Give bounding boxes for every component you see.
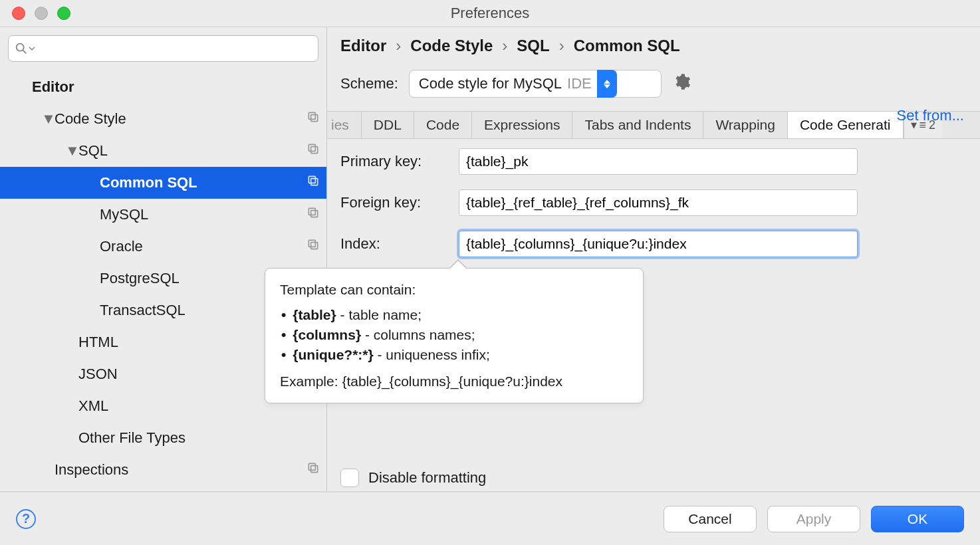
tab-code[interactable]: Code (414, 112, 472, 138)
svg-rect-2 (311, 115, 318, 122)
dropdown-caret-icon (29, 41, 35, 56)
breadcrumb-item[interactable]: SQL (517, 37, 549, 55)
tab-wrapping[interactable]: Wrapping (703, 112, 788, 138)
tooltip-item: {unique?*:*} - uniqueness infix; (280, 347, 628, 363)
svg-rect-7 (308, 176, 315, 183)
tree-label: Common SQL (100, 174, 306, 191)
tooltip-item: {table} - table name; (280, 307, 628, 323)
code-style-tabs: ies DDL Code Expressions Tabs and Indent… (327, 111, 980, 139)
svg-rect-4 (311, 147, 318, 154)
tab-code-generation[interactable]: Code Generati (788, 112, 904, 138)
tree-item-code-style[interactable]: ▼ Code Style (0, 103, 326, 135)
set-from-link[interactable]: Set from... (897, 107, 964, 124)
svg-rect-8 (311, 211, 318, 217)
foreign-key-input[interactable] (459, 189, 858, 216)
svg-rect-10 (311, 243, 318, 249)
profile-scope-icon (306, 110, 320, 128)
svg-rect-5 (308, 144, 315, 151)
stepper-arrows-icon (597, 70, 617, 98)
gear-icon[interactable] (672, 72, 691, 95)
chevron-down-icon: ▼ (66, 142, 78, 160)
breadcrumb: Editor › Code Style › SQL › Common SQL (327, 27, 980, 67)
svg-rect-17 (308, 463, 315, 470)
tooltip-title: Template can contain: (280, 282, 628, 298)
breadcrumb-sep: › (393, 37, 404, 55)
scheme-label: Scheme: (340, 75, 398, 92)
breadcrumb-item-current: Common SQL (574, 37, 680, 55)
breadcrumb-sep: › (499, 37, 510, 55)
tree-label: MySQL (100, 206, 306, 223)
index-label: Index: (340, 235, 447, 253)
search-input-wrap[interactable] (8, 35, 318, 62)
disable-formatting-row[interactable]: Disable formatting (340, 469, 486, 487)
svg-rect-16 (311, 466, 318, 473)
svg-point-0 (17, 44, 24, 51)
svg-rect-11 (308, 240, 315, 247)
ok-button[interactable]: OK (871, 506, 964, 532)
scheme-select-value: Code style for MySQL (419, 75, 562, 92)
disable-formatting-checkbox[interactable] (340, 469, 359, 487)
profile-scope-icon (306, 238, 320, 255)
tree-item-mysql[interactable]: MySQL (0, 199, 326, 231)
profile-scope-icon (306, 142, 320, 160)
help-icon[interactable]: ? (16, 509, 36, 529)
tree-label: SQL (78, 142, 306, 160)
breadcrumb-item[interactable]: Editor (340, 37, 386, 55)
tree-item-editor[interactable]: Editor (0, 71, 326, 103)
settings-panel: Editor › Code Style › SQL › Common SQL S… (327, 27, 980, 491)
tab-expressions[interactable]: Expressions (472, 112, 572, 138)
tooltip-example: Example: {table}_{columns}_{unique?u:}in… (280, 374, 628, 389)
tree-label: Editor (32, 78, 320, 96)
profile-scope-icon (306, 461, 320, 479)
profile-scope-icon (306, 206, 320, 223)
disable-formatting-label: Disable formatting (368, 469, 486, 487)
tooltip-item: {columns} - columns names; (280, 327, 628, 343)
tab-tabs-indents[interactable]: Tabs and Indents (572, 112, 703, 138)
tree-label: Other File Types (78, 429, 320, 447)
preferences-sidebar: Editor ▼ Code Style ▼ SQL Common SQL (0, 27, 327, 491)
cancel-button[interactable]: Cancel (664, 506, 757, 532)
window-title: Preferences (0, 5, 980, 22)
apply-button[interactable]: Apply (767, 506, 860, 532)
titlebar: Preferences (0, 0, 980, 27)
foreign-key-label: Foreign key: (340, 194, 447, 211)
profile-scope-icon (306, 174, 320, 191)
svg-rect-9 (308, 208, 315, 215)
tab-queries-cut[interactable]: ies (327, 112, 362, 138)
tree-item-oracle[interactable]: Oracle (0, 231, 326, 263)
tree-label: Inspections (55, 461, 306, 479)
chevron-down-icon: ▼ (43, 110, 55, 128)
primary-key-label: Primary key: (340, 153, 447, 170)
breadcrumb-item[interactable]: Code Style (410, 37, 493, 55)
template-help-tooltip: Template can contain: {table} - table na… (265, 268, 644, 403)
svg-line-1 (23, 51, 27, 54)
tree-label: Code Style (55, 110, 306, 128)
svg-rect-6 (311, 179, 318, 185)
breadcrumb-sep: › (556, 37, 567, 55)
primary-key-input[interactable] (459, 148, 858, 175)
code-generation-form: Primary key: Foreign key: Index: Templat… (327, 139, 980, 491)
tree-item-other-file-types[interactable]: Other File Types (0, 422, 326, 454)
index-input[interactable] (459, 231, 858, 257)
dialog-footer: ? Cancel Apply OK (0, 492, 980, 545)
search-icon (14, 41, 29, 56)
tree-item-sql[interactable]: ▼ SQL (0, 135, 326, 167)
tree-item-inspections[interactable]: Inspections (0, 454, 326, 486)
tree-item-common-sql[interactable]: Common SQL (0, 167, 326, 199)
scheme-scope: IDE (567, 75, 592, 92)
svg-rect-3 (308, 112, 315, 119)
scheme-select[interactable]: Code style for MySQL IDE (409, 70, 662, 98)
search-input[interactable] (38, 41, 312, 57)
tree-label: Oracle (100, 238, 306, 255)
tab-ddl[interactable]: DDL (362, 112, 414, 138)
